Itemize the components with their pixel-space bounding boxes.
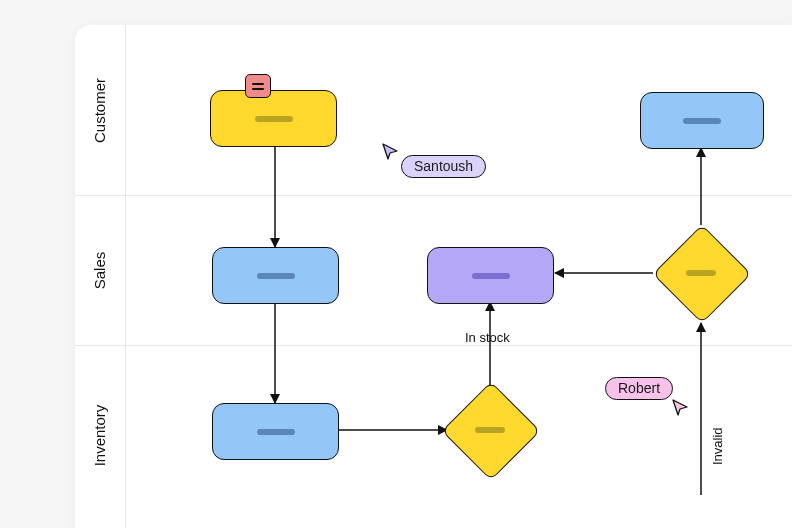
lane-label-inventory: Inventory bbox=[75, 345, 125, 525]
edge-label-in-stock: In stock bbox=[465, 330, 510, 345]
swimlane-labels: Customer Sales Inventory bbox=[75, 25, 125, 528]
gateway-sales[interactable] bbox=[667, 239, 735, 307]
node-customer-right[interactable] bbox=[640, 92, 764, 149]
collaborator-chip-robert[interactable]: Robert bbox=[605, 377, 673, 400]
collaborator-chip-santoush[interactable]: Santoush bbox=[401, 155, 486, 178]
lane-label-text: Inventory bbox=[92, 404, 109, 466]
lane-label-text: Sales bbox=[92, 251, 109, 289]
lane-label-customer: Customer bbox=[75, 25, 125, 195]
gateway-inventory[interactable] bbox=[456, 396, 524, 464]
node-inventory-left[interactable] bbox=[212, 403, 339, 460]
cursor-icon bbox=[671, 398, 689, 416]
node-placeholder-bar bbox=[255, 116, 293, 122]
edge-label-invalid: Invalid bbox=[710, 427, 725, 465]
cursor-icon bbox=[381, 142, 399, 160]
node-sales-left[interactable] bbox=[212, 247, 339, 304]
node-placeholder-bar bbox=[472, 273, 510, 279]
diagram-card: Customer Sales Inventory bbox=[75, 25, 792, 528]
node-sales-mid[interactable] bbox=[427, 247, 554, 304]
collaborator-name: Santoush bbox=[414, 158, 473, 174]
lane-label-sales: Sales bbox=[75, 195, 125, 345]
collaborator-name: Robert bbox=[618, 380, 660, 396]
diagram-canvas[interactable]: Santoush Robert In stock Invalid bbox=[125, 25, 792, 528]
lane-label-text: Customer bbox=[92, 77, 109, 142]
node-placeholder-bar bbox=[257, 273, 295, 279]
node-placeholder-bar bbox=[257, 429, 295, 435]
node-customer-start[interactable] bbox=[210, 90, 337, 147]
node-placeholder-bar bbox=[683, 118, 721, 124]
note-icon[interactable] bbox=[245, 74, 271, 98]
